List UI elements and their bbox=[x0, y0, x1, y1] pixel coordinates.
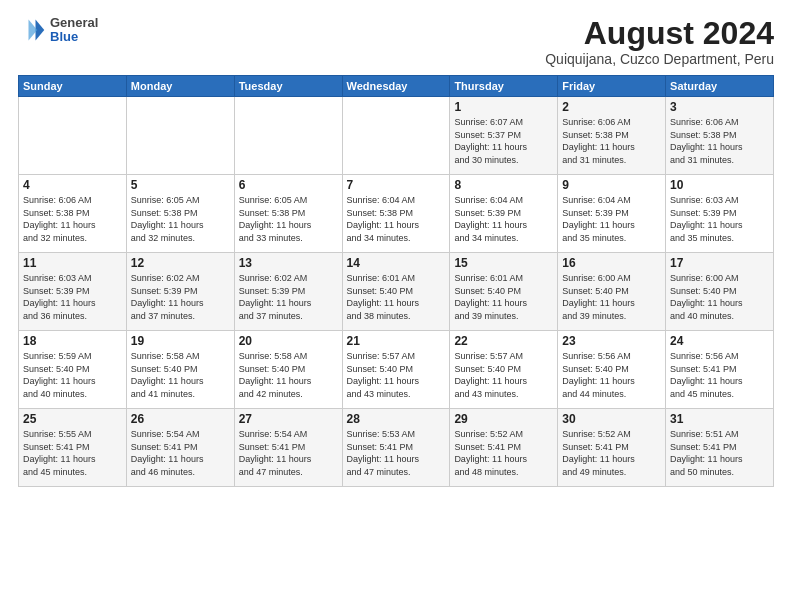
calendar-cell: 18Sunrise: 5:59 AM Sunset: 5:40 PM Dayli… bbox=[19, 331, 127, 409]
calendar-cell: 21Sunrise: 5:57 AM Sunset: 5:40 PM Dayli… bbox=[342, 331, 450, 409]
calendar-cell: 22Sunrise: 5:57 AM Sunset: 5:40 PM Dayli… bbox=[450, 331, 558, 409]
calendar-cell: 1Sunrise: 6:07 AM Sunset: 5:37 PM Daylig… bbox=[450, 97, 558, 175]
cell-info: Sunrise: 5:56 AM Sunset: 5:40 PM Dayligh… bbox=[562, 350, 661, 400]
cell-info: Sunrise: 5:57 AM Sunset: 5:40 PM Dayligh… bbox=[454, 350, 553, 400]
day-number: 30 bbox=[562, 412, 661, 426]
calendar-cell: 14Sunrise: 6:01 AM Sunset: 5:40 PM Dayli… bbox=[342, 253, 450, 331]
calendar-cell: 7Sunrise: 6:04 AM Sunset: 5:38 PM Daylig… bbox=[342, 175, 450, 253]
cell-info: Sunrise: 5:56 AM Sunset: 5:41 PM Dayligh… bbox=[670, 350, 769, 400]
calendar-cell: 25Sunrise: 5:55 AM Sunset: 5:41 PM Dayli… bbox=[19, 409, 127, 487]
cell-info: Sunrise: 5:52 AM Sunset: 5:41 PM Dayligh… bbox=[454, 428, 553, 478]
calendar-cell bbox=[19, 97, 127, 175]
day-number: 25 bbox=[23, 412, 122, 426]
day-number: 18 bbox=[23, 334, 122, 348]
logo-blue-text: Blue bbox=[50, 30, 98, 44]
logo-text: General Blue bbox=[50, 16, 98, 45]
calendar-week-4: 18Sunrise: 5:59 AM Sunset: 5:40 PM Dayli… bbox=[19, 331, 774, 409]
calendar-cell: 4Sunrise: 6:06 AM Sunset: 5:38 PM Daylig… bbox=[19, 175, 127, 253]
day-number: 20 bbox=[239, 334, 338, 348]
cell-info: Sunrise: 6:07 AM Sunset: 5:37 PM Dayligh… bbox=[454, 116, 553, 166]
cell-info: Sunrise: 6:02 AM Sunset: 5:39 PM Dayligh… bbox=[239, 272, 338, 322]
column-header-monday: Monday bbox=[126, 76, 234, 97]
calendar-cell: 24Sunrise: 5:56 AM Sunset: 5:41 PM Dayli… bbox=[666, 331, 774, 409]
cell-info: Sunrise: 5:59 AM Sunset: 5:40 PM Dayligh… bbox=[23, 350, 122, 400]
day-number: 11 bbox=[23, 256, 122, 270]
day-number: 9 bbox=[562, 178, 661, 192]
cell-info: Sunrise: 6:05 AM Sunset: 5:38 PM Dayligh… bbox=[239, 194, 338, 244]
day-number: 6 bbox=[239, 178, 338, 192]
day-number: 3 bbox=[670, 100, 769, 114]
cell-info: Sunrise: 6:06 AM Sunset: 5:38 PM Dayligh… bbox=[562, 116, 661, 166]
day-number: 27 bbox=[239, 412, 338, 426]
day-number: 14 bbox=[347, 256, 446, 270]
day-number: 1 bbox=[454, 100, 553, 114]
cell-info: Sunrise: 5:55 AM Sunset: 5:41 PM Dayligh… bbox=[23, 428, 122, 478]
calendar-cell bbox=[342, 97, 450, 175]
cell-info: Sunrise: 5:51 AM Sunset: 5:41 PM Dayligh… bbox=[670, 428, 769, 478]
cell-info: Sunrise: 6:03 AM Sunset: 5:39 PM Dayligh… bbox=[23, 272, 122, 322]
day-number: 19 bbox=[131, 334, 230, 348]
calendar-week-3: 11Sunrise: 6:03 AM Sunset: 5:39 PM Dayli… bbox=[19, 253, 774, 331]
day-number: 13 bbox=[239, 256, 338, 270]
logo: General Blue bbox=[18, 16, 98, 45]
day-number: 5 bbox=[131, 178, 230, 192]
cell-info: Sunrise: 5:53 AM Sunset: 5:41 PM Dayligh… bbox=[347, 428, 446, 478]
calendar-cell: 31Sunrise: 5:51 AM Sunset: 5:41 PM Dayli… bbox=[666, 409, 774, 487]
calendar-cell: 5Sunrise: 6:05 AM Sunset: 5:38 PM Daylig… bbox=[126, 175, 234, 253]
calendar-cell: 29Sunrise: 5:52 AM Sunset: 5:41 PM Dayli… bbox=[450, 409, 558, 487]
day-number: 17 bbox=[670, 256, 769, 270]
calendar-cell: 10Sunrise: 6:03 AM Sunset: 5:39 PM Dayli… bbox=[666, 175, 774, 253]
calendar-cell: 6Sunrise: 6:05 AM Sunset: 5:38 PM Daylig… bbox=[234, 175, 342, 253]
calendar-cell: 8Sunrise: 6:04 AM Sunset: 5:39 PM Daylig… bbox=[450, 175, 558, 253]
header: General Blue August 2024 Quiquijana, Cuz… bbox=[18, 16, 774, 67]
day-number: 12 bbox=[131, 256, 230, 270]
cell-info: Sunrise: 5:52 AM Sunset: 5:41 PM Dayligh… bbox=[562, 428, 661, 478]
calendar-cell: 12Sunrise: 6:02 AM Sunset: 5:39 PM Dayli… bbox=[126, 253, 234, 331]
day-number: 31 bbox=[670, 412, 769, 426]
cell-info: Sunrise: 6:05 AM Sunset: 5:38 PM Dayligh… bbox=[131, 194, 230, 244]
calendar-cell bbox=[126, 97, 234, 175]
day-number: 29 bbox=[454, 412, 553, 426]
cell-info: Sunrise: 6:02 AM Sunset: 5:39 PM Dayligh… bbox=[131, 272, 230, 322]
cell-info: Sunrise: 5:54 AM Sunset: 5:41 PM Dayligh… bbox=[131, 428, 230, 478]
calendar-week-2: 4Sunrise: 6:06 AM Sunset: 5:38 PM Daylig… bbox=[19, 175, 774, 253]
day-number: 21 bbox=[347, 334, 446, 348]
day-number: 28 bbox=[347, 412, 446, 426]
cell-info: Sunrise: 6:03 AM Sunset: 5:39 PM Dayligh… bbox=[670, 194, 769, 244]
cell-info: Sunrise: 6:00 AM Sunset: 5:40 PM Dayligh… bbox=[670, 272, 769, 322]
day-number: 8 bbox=[454, 178, 553, 192]
cell-info: Sunrise: 6:04 AM Sunset: 5:38 PM Dayligh… bbox=[347, 194, 446, 244]
calendar-week-1: 1Sunrise: 6:07 AM Sunset: 5:37 PM Daylig… bbox=[19, 97, 774, 175]
column-header-tuesday: Tuesday bbox=[234, 76, 342, 97]
calendar-cell: 11Sunrise: 6:03 AM Sunset: 5:39 PM Dayli… bbox=[19, 253, 127, 331]
day-number: 15 bbox=[454, 256, 553, 270]
day-number: 4 bbox=[23, 178, 122, 192]
cell-info: Sunrise: 6:01 AM Sunset: 5:40 PM Dayligh… bbox=[454, 272, 553, 322]
column-header-sunday: Sunday bbox=[19, 76, 127, 97]
day-number: 10 bbox=[670, 178, 769, 192]
logo-general-text: General bbox=[50, 16, 98, 30]
day-number: 26 bbox=[131, 412, 230, 426]
calendar-cell: 3Sunrise: 6:06 AM Sunset: 5:38 PM Daylig… bbox=[666, 97, 774, 175]
cell-info: Sunrise: 6:04 AM Sunset: 5:39 PM Dayligh… bbox=[562, 194, 661, 244]
logo-icon bbox=[18, 16, 46, 44]
page: General Blue August 2024 Quiquijana, Cuz… bbox=[0, 0, 792, 612]
day-number: 7 bbox=[347, 178, 446, 192]
calendar-cell: 2Sunrise: 6:06 AM Sunset: 5:38 PM Daylig… bbox=[558, 97, 666, 175]
page-subtitle: Quiquijana, Cuzco Department, Peru bbox=[545, 51, 774, 67]
calendar-cell: 20Sunrise: 5:58 AM Sunset: 5:40 PM Dayli… bbox=[234, 331, 342, 409]
day-number: 2 bbox=[562, 100, 661, 114]
cell-info: Sunrise: 5:58 AM Sunset: 5:40 PM Dayligh… bbox=[239, 350, 338, 400]
calendar-cell: 27Sunrise: 5:54 AM Sunset: 5:41 PM Dayli… bbox=[234, 409, 342, 487]
day-number: 16 bbox=[562, 256, 661, 270]
calendar-cell: 26Sunrise: 5:54 AM Sunset: 5:41 PM Dayli… bbox=[126, 409, 234, 487]
day-number: 24 bbox=[670, 334, 769, 348]
calendar-cell: 13Sunrise: 6:02 AM Sunset: 5:39 PM Dayli… bbox=[234, 253, 342, 331]
column-header-friday: Friday bbox=[558, 76, 666, 97]
calendar-table: SundayMondayTuesdayWednesdayThursdayFrid… bbox=[18, 75, 774, 487]
calendar-week-5: 25Sunrise: 5:55 AM Sunset: 5:41 PM Dayli… bbox=[19, 409, 774, 487]
page-title: August 2024 bbox=[545, 16, 774, 51]
cell-info: Sunrise: 5:54 AM Sunset: 5:41 PM Dayligh… bbox=[239, 428, 338, 478]
calendar-cell: 9Sunrise: 6:04 AM Sunset: 5:39 PM Daylig… bbox=[558, 175, 666, 253]
cell-info: Sunrise: 6:00 AM Sunset: 5:40 PM Dayligh… bbox=[562, 272, 661, 322]
